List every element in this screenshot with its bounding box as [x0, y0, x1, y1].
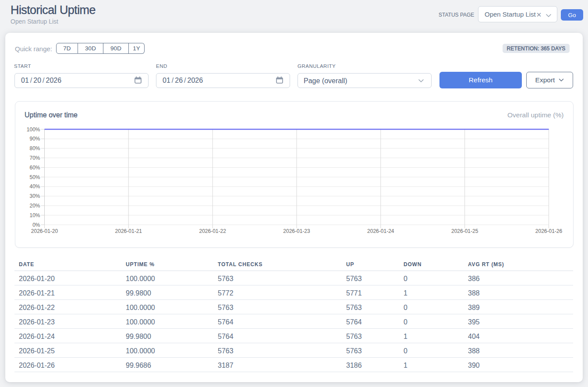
svg-text:0%: 0% [32, 222, 40, 228]
svg-text:2026-01-25: 2026-01-25 [451, 228, 478, 234]
svg-text:90%: 90% [29, 136, 40, 142]
svg-text:70%: 70% [29, 155, 40, 161]
svg-text:50%: 50% [29, 174, 40, 180]
svg-text:10%: 10% [29, 212, 40, 218]
svg-text:2026-01-26: 2026-01-26 [535, 228, 563, 234]
svg-text:80%: 80% [29, 145, 40, 151]
svg-text:20%: 20% [29, 203, 40, 209]
svg-text:2026-01-24: 2026-01-24 [367, 228, 394, 234]
svg-text:40%: 40% [29, 183, 40, 190]
svg-text:100%: 100% [27, 127, 40, 133]
svg-text:2026-01-21: 2026-01-21 [115, 228, 142, 234]
svg-text:2026-01-23: 2026-01-23 [283, 228, 310, 234]
svg-text:60%: 60% [29, 165, 40, 171]
svg-text:2026-01-20: 2026-01-20 [31, 228, 58, 234]
svg-text:2026-01-22: 2026-01-22 [199, 228, 227, 234]
svg-text:30%: 30% [29, 193, 40, 199]
